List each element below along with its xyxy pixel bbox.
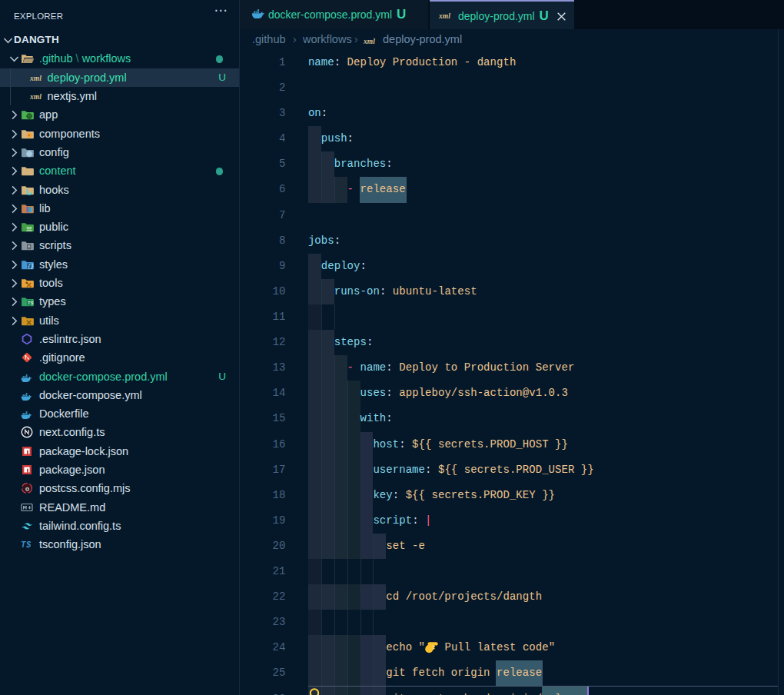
svg-text:TS: TS — [28, 301, 34, 305]
svg-text:{}: {} — [28, 263, 34, 269]
svg-text:$: $ — [25, 540, 31, 549]
svg-text:xml: xml — [29, 93, 42, 101]
svg-text:xml: xml — [29, 75, 42, 82]
